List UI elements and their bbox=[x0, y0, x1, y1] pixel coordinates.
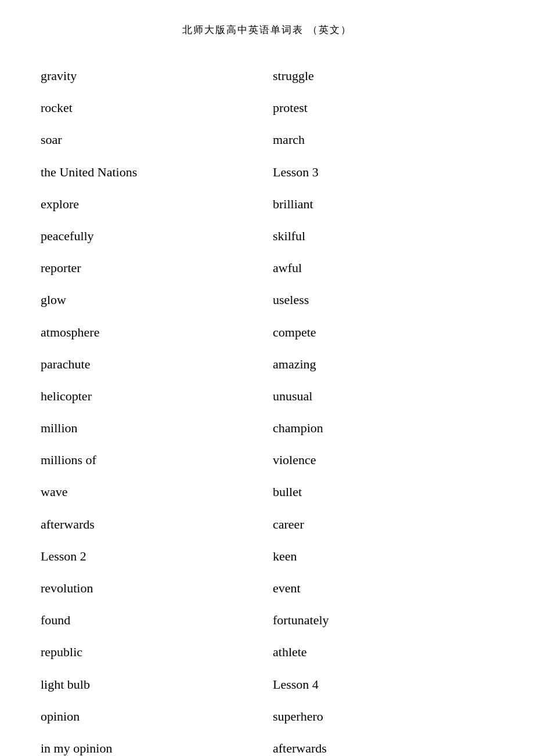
word-item-right-21: afterwards bbox=[267, 732, 499, 756]
word-item-left-1: rocket bbox=[35, 92, 267, 124]
word-item-left-3: the United Nations bbox=[35, 156, 267, 188]
word-item-right-17: fortunately bbox=[267, 604, 499, 636]
word-item-left-10: helicopter bbox=[35, 380, 267, 412]
word-item-left-15: Lesson 2 bbox=[35, 540, 267, 572]
word-item-right-8: compete bbox=[267, 316, 499, 348]
word-item-left-12: millions of bbox=[35, 444, 267, 476]
word-item-right-20: superhero bbox=[267, 700, 499, 732]
word-item-left-21: in my opinion bbox=[35, 732, 267, 756]
word-item-right-1: protest bbox=[267, 92, 499, 124]
word-item-right-13: bullet bbox=[267, 476, 499, 508]
word-item-right-6: awful bbox=[267, 252, 499, 284]
word-grid: gravitystrugglerocketprotestsoarmarchthe… bbox=[35, 60, 499, 756]
word-item-left-8: atmosphere bbox=[35, 316, 267, 348]
word-item-left-0: gravity bbox=[35, 60, 267, 92]
word-item-right-3: Lesson 3 bbox=[267, 156, 499, 188]
word-item-right-10: unusual bbox=[267, 380, 499, 412]
word-item-left-2: soar bbox=[35, 124, 267, 155]
word-item-right-18: athlete bbox=[267, 636, 499, 668]
word-item-left-17: found bbox=[35, 604, 267, 636]
word-item-left-18: republic bbox=[35, 636, 267, 668]
word-item-right-11: champion bbox=[267, 412, 499, 444]
word-item-left-9: parachute bbox=[35, 348, 267, 380]
word-item-left-7: glow bbox=[35, 284, 267, 316]
word-item-left-14: afterwards bbox=[35, 508, 267, 540]
word-item-left-6: reporter bbox=[35, 252, 267, 284]
word-item-right-12: violence bbox=[267, 444, 499, 476]
word-item-right-9: amazing bbox=[267, 348, 499, 380]
word-item-right-7: useless bbox=[267, 284, 499, 316]
word-item-left-5: peacefully bbox=[35, 220, 267, 252]
word-item-right-2: march bbox=[267, 124, 499, 155]
word-item-left-16: revolution bbox=[35, 572, 267, 604]
page-title: 北师大版高中英语单词表 （英文） bbox=[35, 23, 499, 37]
word-item-left-13: wave bbox=[35, 476, 267, 508]
word-item-left-20: opinion bbox=[35, 700, 267, 732]
word-item-right-15: keen bbox=[267, 540, 499, 572]
word-item-right-14: career bbox=[267, 508, 499, 540]
word-item-right-19: Lesson 4 bbox=[267, 668, 499, 700]
word-item-right-5: skilful bbox=[267, 220, 499, 252]
word-item-right-16: event bbox=[267, 572, 499, 604]
word-item-right-0: struggle bbox=[267, 60, 499, 92]
word-item-left-4: explore bbox=[35, 188, 267, 220]
word-item-right-4: brilliant bbox=[267, 188, 499, 220]
word-item-left-11: million bbox=[35, 412, 267, 444]
word-item-left-19: light bulb bbox=[35, 668, 267, 700]
